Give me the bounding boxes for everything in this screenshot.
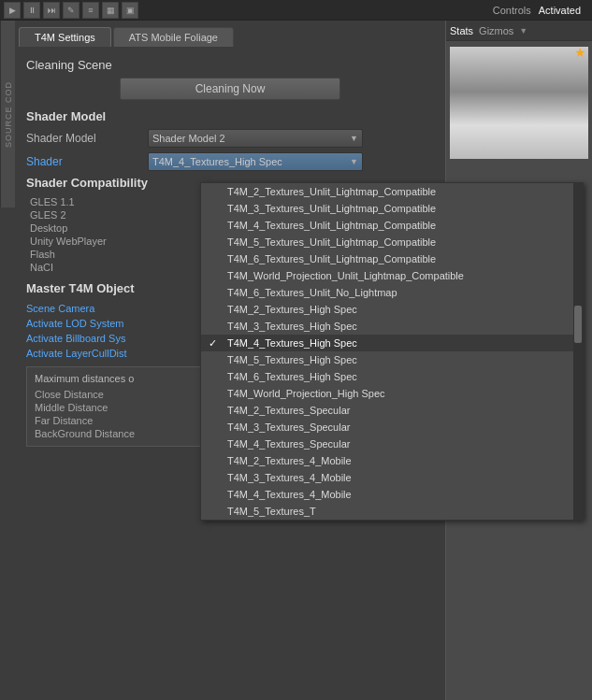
dropdown-item-18[interactable]: T4M_4_Textures_4_Mobile — [201, 486, 583, 503]
icon-btn-3[interactable]: ⏭ — [43, 2, 60, 19]
checkmark-icon: ✓ — [209, 337, 217, 350]
dropdown-item-7[interactable]: T4M_2_Textures_High Spec — [201, 301, 583, 318]
shader-model-label: Shader Model — [26, 132, 148, 145]
dropdown-item-13[interactable]: T4M_2_Textures_Specular — [201, 402, 583, 419]
dropdown-item-2[interactable]: T4M_4_Textures_Unlit_Lightmap_Compatible — [201, 217, 583, 234]
cleaning-scene-title: Cleaning Scene — [26, 58, 434, 72]
top-bar-icons: ▶ ⏸ ⏭ ✎ ≡ ▦ ▣ — [4, 2, 493, 19]
icon-btn-2[interactable]: ⏸ — [23, 2, 40, 19]
shader-select[interactable]: T4M_4_Textures_High Spec ▼ — [148, 152, 363, 171]
dropdown-item-0[interactable]: T4M_2_Textures_Unlit_Lightmap_Compatible — [201, 183, 583, 200]
icon-btn-1[interactable]: ▶ — [4, 2, 21, 19]
preview-area — [450, 47, 588, 159]
top-bar: ▶ ⏸ ⏭ ✎ ≡ ▦ ▣ Controls Activated — [0, 0, 592, 21]
dropdown-item-16[interactable]: T4M_2_Textures_4_Mobile — [201, 452, 583, 469]
dropdown-item-5[interactable]: T4M_World_Projection_Unlit_Lightmap_Comp… — [201, 267, 583, 284]
activated-tab[interactable]: Activated — [539, 5, 581, 16]
scrollbar-thumb[interactable] — [574, 306, 582, 343]
icon-btn-7[interactable]: ▣ — [122, 2, 138, 19]
shader-model-value: Shader Model 2 — [152, 133, 225, 144]
dropdown-item-9-label: T4M_4_Textures_High Spec — [227, 337, 357, 349]
dropdown-item-12[interactable]: T4M_World_Projection_High Spec — [201, 385, 583, 402]
icon-btn-6[interactable]: ▦ — [102, 2, 119, 19]
dropdown-item-4[interactable]: T4M_6_Textures_Unlit_Lightmap_Compatible — [201, 250, 583, 267]
top-bar-tabs: Controls Activated — [493, 5, 581, 16]
controls-tab[interactable]: Controls — [493, 5, 531, 16]
icon-btn-4[interactable]: ✎ — [63, 2, 79, 19]
dropdown-item-14[interactable]: T4M_3_Textures_Specular — [201, 419, 583, 436]
tab-t4m-settings[interactable]: T4M Settings — [19, 27, 111, 47]
shader-row: Shader T4M_4_Textures_High Spec ▼ — [26, 152, 434, 171]
cleaning-now-button[interactable]: Cleaning Now — [120, 78, 341, 100]
dropdown-item-1[interactable]: T4M_3_Textures_Unlit_Lightmap_Compatible — [201, 200, 583, 217]
right-top-bar: Stats Gizmos ▼ — [446, 21, 592, 41]
dropdown-item-10[interactable]: T4M_5_Textures_High Spec — [201, 351, 583, 368]
source-code-label: SOURCE COD — [0, 21, 15, 207]
shader-model-row: Shader Model Shader Model 2 ▼ — [26, 129, 434, 148]
shader-model-header: Shader Model — [26, 109, 434, 123]
gizmos-tab[interactable]: Gizmos — [479, 25, 513, 36]
dropdown-item-11[interactable]: T4M_6_Textures_High Spec — [201, 368, 583, 385]
shader-dropdown: T4M_2_Textures_Unlit_Lightmap_Compatible… — [200, 182, 584, 521]
dropdown-item-9[interactable]: ✓ T4M_4_Textures_High Spec — [201, 335, 583, 351]
dropdown-item-19[interactable]: T4M_5_Textures_T — [201, 503, 583, 520]
dropdown-item-3[interactable]: T4M_5_Textures_Unlit_Lightmap_Compatible — [201, 234, 583, 250]
shader-label: Shader — [26, 155, 148, 168]
stats-tab[interactable]: Stats — [450, 25, 473, 36]
dropdown-item-6[interactable]: T4M_6_Textures_Unlit_No_Lightmap — [201, 284, 583, 301]
dropdown-item-17[interactable]: T4M_3_Textures_4_Mobile — [201, 469, 583, 486]
shader-model-arrow: ▼ — [350, 134, 358, 143]
star-icon: ★ — [574, 45, 586, 60]
shader-arrow: ▼ — [350, 157, 358, 166]
shader-value: T4M_4_Textures_High Spec — [152, 156, 282, 167]
dropdown-item-15[interactable]: T4M_4_Textures_Specular — [201, 436, 583, 452]
right-content — [446, 41, 592, 163]
gizmos-arrow-icon: ▼ — [519, 26, 527, 36]
shader-model-select[interactable]: Shader Model 2 ▼ — [148, 129, 363, 148]
icon-btn-5[interactable]: ≡ — [82, 2, 99, 19]
dropdown-item-8[interactable]: T4M_3_Textures_High Spec — [201, 318, 583, 335]
tab-ats-mobile[interactable]: ATS Mobile Foliage — [113, 27, 234, 47]
dropdown-scrollbar[interactable] — [573, 183, 583, 520]
cleaning-btn-wrap: Cleaning Now — [26, 78, 434, 100]
tab-row: T4M Settings ATS Mobile Foliage — [15, 21, 445, 47]
